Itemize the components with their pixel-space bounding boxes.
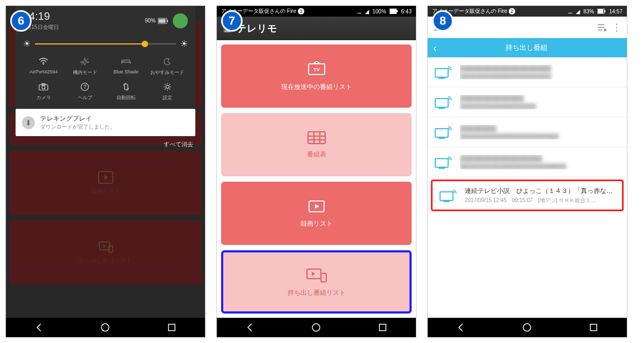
android-navbar: [217, 318, 416, 337]
svg-rect-5: [167, 20, 168, 22]
android-navbar: [428, 318, 627, 337]
svg-rect-30: [379, 324, 386, 331]
camera-icon: [23, 81, 64, 92]
recents-icon[interactable]: [167, 323, 177, 332]
qs-settings[interactable]: 設定: [147, 81, 188, 101]
app-header: ☰ テレリモ: [217, 17, 416, 40]
back-chevron-icon[interactable]: ‹: [428, 42, 442, 54]
qs-help[interactable]: ?ヘルプ: [64, 81, 106, 101]
qs-label: 設定: [163, 95, 172, 100]
bluetooth-icon: ⚊: [357, 9, 362, 14]
qs-camera[interactable]: カメラ: [23, 81, 64, 101]
item-title: ████████: [460, 125, 620, 132]
android-navbar: [6, 318, 205, 337]
wifi-icon: ◢: [576, 9, 580, 14]
home-icon[interactable]: [522, 323, 532, 332]
qs-blueshade[interactable]: Blue Shade: [106, 56, 147, 76]
svg-rect-38: [438, 78, 445, 79]
card-onair[interactable]: TV 現在放送中の番組リスト: [221, 44, 412, 108]
item-title: ████████████████████: [460, 65, 620, 72]
list-item[interactable]: 連続テレビ小説 ひよっこ（１４３）「真っ赤なハ…2017/09/15 12:45…: [431, 180, 624, 211]
qs-label: 機内モード: [73, 70, 97, 75]
svg-rect-39: [435, 99, 448, 107]
status-time: 6:43: [401, 9, 412, 14]
brightness-low-icon: ☀: [23, 39, 31, 49]
svg-text:?: ?: [83, 84, 86, 90]
step-badge: 6: [10, 10, 32, 32]
program-list[interactable]: ████████████████████████████████████████…: [428, 57, 627, 318]
item-title: 連続テレビ小説 ひよっこ（１４３）「真っ赤なハ…: [465, 187, 616, 196]
svg-rect-41: [435, 129, 448, 137]
list-item[interactable]: ████████████████████████████████████████…: [428, 147, 627, 177]
more-icon[interactable]: ⋮: [612, 21, 621, 33]
back-icon[interactable]: [456, 323, 466, 332]
svg-rect-40: [438, 108, 445, 109]
status-user: アイオーデータ販促さんの Fire 3: [221, 8, 354, 15]
svg-text:TV: TV: [313, 67, 320, 72]
gear-icon: [147, 81, 188, 92]
svg-point-14: [166, 85, 169, 88]
quick-settings-panel: 14:19 9月15日金曜日 90% ☀ ☀ AirPort42594 機内モー…: [16, 6, 195, 108]
playlist-icon[interactable]: [597, 23, 608, 32]
card-recordings[interactable]: 録画リスト: [221, 182, 412, 245]
qs-dnd[interactable]: おやすみモード: [147, 56, 188, 76]
recents-icon[interactable]: [589, 323, 598, 332]
home-icon[interactable]: [311, 323, 321, 332]
item-meta: ██████████████████████████: [460, 133, 620, 139]
list-item[interactable]: ██████████████████████████████████: [428, 117, 627, 147]
qs-label: カメラ: [36, 95, 51, 100]
battery-icon: [597, 9, 606, 14]
profile-avatar[interactable]: [173, 13, 188, 28]
device-icon: [439, 189, 458, 203]
item-meta: 2017/09/15 12:45 00:15:07 [地デジ] ＮＨＫ総合１…: [465, 197, 616, 204]
list-item[interactable]: ████████████████████████████████████████…: [428, 57, 627, 87]
back-icon[interactable]: [245, 323, 255, 332]
notification-subtitle: ダウンロードが完了しました。: [40, 123, 115, 131]
back-icon[interactable]: [34, 323, 44, 332]
app-toolbar: ☰ ⋮: [428, 17, 627, 38]
wifi-icon: [23, 56, 64, 67]
step-badge: 8: [432, 10, 453, 32]
svg-point-15: [101, 324, 109, 331]
qs-rotate[interactable]: 自動回転: [106, 81, 147, 101]
svg-rect-18: [397, 10, 398, 12]
wifi-icon: ◢: [365, 9, 369, 14]
svg-rect-28: [321, 273, 326, 282]
battery-pct: 83%: [583, 9, 594, 14]
qs-wifi[interactable]: AirPort42594: [23, 56, 64, 76]
clear-all-button[interactable]: すべて消去: [16, 136, 195, 153]
svg-rect-48: [590, 324, 597, 331]
card-label: 録画リスト: [301, 219, 333, 228]
notification-item[interactable]: ⬇ テレキングプレイ ダウンロードが完了しました。: [16, 109, 195, 136]
play-icon: [307, 199, 326, 214]
moon-icon: [147, 56, 188, 67]
svg-rect-43: [435, 159, 448, 167]
app-title: テレリモ: [237, 22, 277, 35]
svg-point-6: [43, 64, 44, 65]
recents-icon[interactable]: [378, 323, 387, 332]
svg-point-29: [312, 324, 320, 331]
qs-label: AirPort42594: [30, 69, 58, 74]
qs-label: Blue Shade: [114, 69, 139, 74]
svg-point-9: [42, 86, 45, 89]
card-guide[interactable]: 番組表: [221, 113, 412, 176]
status-bar: アイオーデータ販促さんの Fire 2 ⚊ ◢ 83% 14:57: [428, 6, 627, 17]
device-icon: [434, 95, 453, 109]
battery-icon: [390, 9, 398, 14]
qs-label: ヘルプ: [78, 95, 92, 100]
help-icon: ?: [64, 81, 106, 92]
device-icon: [434, 155, 453, 169]
brightness-slider[interactable]: ☀ ☀: [23, 39, 188, 49]
device-icon: [434, 125, 453, 139]
list-item[interactable]: ██████████████████████████████████: [428, 87, 627, 117]
svg-rect-37: [435, 69, 448, 77]
home-icon[interactable]: [100, 323, 110, 332]
card-export-list[interactable]: 持ち出し番組リスト: [221, 250, 412, 314]
item-meta: ████████████████████: [460, 103, 620, 109]
qs-label: 自動回転: [116, 95, 136, 100]
notification-panel: 14:19 9月15日金曜日 90% ☀ ☀ AirPort42594 機内モー…: [16, 6, 195, 153]
sub-header-title: 持ち出し番組: [442, 43, 627, 53]
item-title: ██████████████: [460, 95, 620, 102]
qs-airplane[interactable]: 機内モード: [64, 56, 106, 76]
bed-icon: [106, 56, 147, 67]
